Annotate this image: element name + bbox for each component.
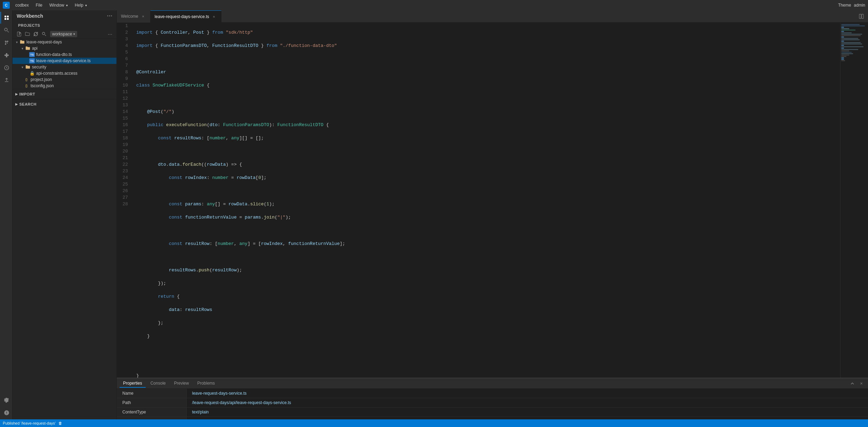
code-line-17: const resultRow: [number, any] = [rowInd… [136,240,835,247]
editor-area: Welcome × leave-request-days-service.ts … [117,10,868,419]
code-line-9: const resultRows: [number, any][] = []; [136,135,835,141]
menu-help[interactable]: Help ▾ [72,2,90,8]
code-line-5: class SnowflakeUDFService { [136,82,835,89]
tab-preview[interactable]: Preview [171,379,193,388]
tab-problems[interactable]: Problems [194,379,218,388]
json-file-icon: {} [24,77,29,82]
file-api-constraints-label: api-constraints.access [36,71,78,76]
new-file-btn[interactable] [15,30,23,38]
code-line-19: resultRows.push(resultRow); [136,267,835,273]
file-function-data-dto-label: function-data-dto.ts [36,52,72,57]
editor-with-minimap: 1 2 3 4 5 6 7 8 9 10 11 12 13 14 15 16 1 [117,23,868,378]
search-section-header[interactable]: ▶ SEARCH [13,101,116,108]
tab-welcome[interactable]: Welcome × [117,10,151,23]
activity-deploy[interactable] [0,74,12,86]
code-content: import { Controller, Post } from "sdk/ht… [131,23,840,378]
code-line-6 [136,95,835,102]
search-label: SEARCH [19,102,36,106]
prop-name-row: Name leave-request-days-service.ts [117,389,868,398]
search-section: ▶ SEARCH [13,99,116,109]
code-line-27: } [136,372,835,378]
tree-arrow: ▾ [14,40,19,44]
tab-leave-service[interactable]: leave-request-days-service.ts × [151,10,221,23]
activity-history[interactable] [0,62,12,74]
folder-api-icon [25,46,31,51]
svg-point-10 [42,32,45,35]
main-container: Workbench ⋯ PROJECTS workspace ▾ ⋯ [0,10,868,419]
tree-arrow: ▾ [19,65,25,69]
bottom-panel-tabs: Properties Console Preview Problems × [117,378,868,389]
prop-workspace-row: Workspace workspace [117,417,868,420]
tree-file-tsconfig-json[interactable]: {} tsconfig.json [13,83,116,89]
split-editor-btn[interactable] [858,13,865,20]
activity-extensions[interactable] [0,49,12,61]
prop-workspace-key: Workspace [117,417,186,420]
collapse-panel-btn[interactable] [849,380,856,387]
import-section-header[interactable]: ▶ IMPORT [13,91,116,98]
file-project-json-label: project.json [31,77,52,82]
code-line-23: }; [136,320,835,326]
tree-file-leave-request-days-service[interactable]: TS leave-request-days-service.ts [13,58,116,64]
trash-btn[interactable]: 🗑 [58,421,62,425]
workbench-title: Workbench ⋯ [13,10,116,21]
activity-help[interactable] [0,407,12,419]
svg-rect-12 [859,14,861,18]
workbench-more-btn[interactable]: ⋯ [107,13,112,19]
code-line-16 [136,227,835,234]
workspace-selector[interactable]: workspace ▾ [50,31,77,37]
menu-window[interactable]: Window ▾ [47,2,71,8]
prop-path-value: /leave-request-days/api/leave-request-da… [186,398,868,408]
tab-bar: Welcome × leave-request-days-service.ts … [117,10,868,23]
tree-arrow: ▾ [19,47,25,50]
properties-table: Name leave-request-days-service.ts Path … [117,389,868,419]
tab-actions [855,13,868,20]
tree-folder-security[interactable]: ▾ security [13,64,116,70]
tab-welcome-close[interactable]: × [140,14,146,19]
activity-explorer[interactable] [0,12,12,24]
sidebar: Workbench ⋯ PROJECTS workspace ▾ ⋯ [13,10,117,419]
code-line-22: data: resultRows [136,306,835,313]
theme-menu[interactable]: Theme [838,3,851,8]
minimap-content [841,23,868,63]
menu-bar-left: C codbex File Window ▾ Help ▾ [3,2,90,9]
code-line-7: @Post("/") [136,108,835,115]
svg-rect-1 [7,16,9,17]
code-line-10 [136,148,835,155]
line-numbers: 1 2 3 4 5 6 7 8 9 10 11 12 13 14 15 16 1 [117,23,131,378]
admin-menu[interactable]: admin [854,3,865,8]
activity-search[interactable] [0,24,12,36]
close-panel-btn[interactable]: × [858,380,865,387]
sidebar-more-btn[interactable]: ⋯ [106,30,114,38]
folder-security-label: security [32,65,46,69]
bottom-panel: Properties Console Preview Problems × Na… [117,378,868,419]
activity-git[interactable] [0,37,12,49]
bottom-panel-actions: × [849,380,865,387]
menu-file[interactable]: File [33,2,45,8]
code-line-24: } [136,333,835,339]
activity-settings[interactable] [0,394,12,406]
new-folder-btn[interactable] [24,30,31,38]
svg-rect-13 [862,14,863,18]
tree-folder-api[interactable]: ▾ api [13,45,116,51]
code-line-8: public executeFunction(dto: FunctionPara… [136,122,835,128]
status-bar: Published '/leave-request-days' 🗑 [0,419,868,427]
file-tree: ▾ leave-request-days ▾ api TS function-d… [13,39,116,419]
tab-leave-service-label: leave-request-days-service.ts [155,14,209,19]
tree-file-project-json[interactable]: {} project.json [13,76,116,83]
refresh-btn[interactable] [32,30,40,38]
tab-leave-service-close[interactable]: × [211,14,217,19]
tree-project-leave-request-days[interactable]: ▾ leave-request-days [13,39,116,45]
search-btn[interactable] [40,30,48,38]
code-line-15: const functionReturnValue = params.join(… [136,214,835,221]
tab-properties[interactable]: Properties [120,379,146,388]
tree-file-api-constraints[interactable]: 🔒 api-constraints.access [13,70,116,76]
svg-rect-3 [7,18,9,20]
project-label: leave-request-days [26,40,62,44]
menu-codbex[interactable]: codbex [13,2,32,8]
svg-point-6 [5,41,6,42]
code-editor[interactable]: 1 2 3 4 5 6 7 8 9 10 11 12 13 14 15 16 1 [117,23,840,378]
tab-console[interactable]: Console [147,379,169,388]
tree-file-function-data-dto[interactable]: TS function-data-dto.ts [13,51,116,58]
prop-name-key: Name [117,389,186,398]
code-line-13 [136,188,835,194]
